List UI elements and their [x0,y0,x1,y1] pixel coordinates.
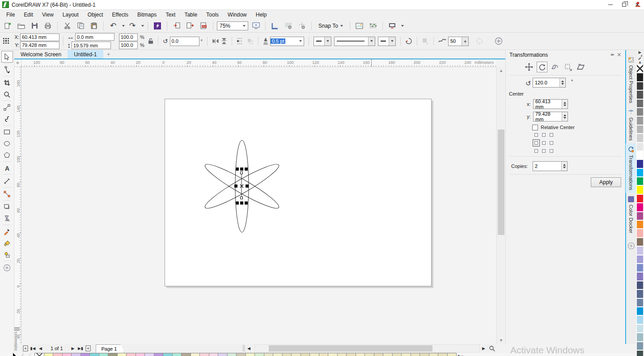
palette-scroll-right-icon[interactable]: ▶ [458,353,461,356]
color-swatch[interactable] [191,353,200,356]
color-swatch[interactable] [636,264,644,272]
color-swatch[interactable] [44,353,54,356]
color-swatch[interactable] [209,353,219,356]
y-position-field[interactable]: 79.428 mm [20,42,59,49]
add-docker-button[interactable] [627,242,635,250]
docker-angle-field[interactable]: 120.0 [533,78,566,88]
color-swatch[interactable] [53,353,63,356]
end-arrowhead-select[interactable] [378,37,396,46]
color-swatch[interactable] [108,353,118,356]
mirror-vertical-icon[interactable] [221,38,227,45]
color-swatch[interactable] [99,353,109,356]
redo-icon[interactable]: ↷ [127,21,138,31]
start-arrowhead-select[interactable] [314,37,331,46]
menu-object[interactable]: Object [83,11,108,19]
color-swatch[interactable] [80,353,90,356]
color-swatch[interactable] [636,99,644,108]
color-swatch[interactable] [364,353,374,356]
scale-x-field[interactable]: 100.0 [119,34,138,41]
color-swatch[interactable] [374,353,384,356]
anchor-cell[interactable] [534,149,538,153]
color-swatch[interactable] [636,281,644,289]
horizontal-scrollbar[interactable] [254,344,480,352]
color-swatch[interactable] [301,353,310,356]
color-swatch[interactable] [636,298,644,307]
anchor-cell[interactable] [542,141,546,145]
save-icon[interactable] [29,21,40,31]
color-swatch[interactable] [636,229,644,237]
skew-transform-icon[interactable] [576,62,586,72]
color-swatch[interactable] [636,82,644,90]
connector-tool[interactable] [1,188,13,200]
color-swatch[interactable] [636,307,644,315]
palette-expand-icon[interactable]: » [461,353,463,356]
anchor-cell[interactable] [542,149,546,153]
spacing-icon[interactable] [237,38,243,45]
scroll-up-icon[interactable]: ▲ [497,67,505,74]
doc-tab-untitled-1[interactable]: Untitled-1 [68,50,103,59]
color-swatch[interactable] [636,272,644,281]
color-swatch[interactable] [117,353,127,356]
palette-flyout-icon[interactable]: ▶ [639,50,642,54]
color-swatch[interactable] [291,353,301,356]
text-tool[interactable]: A [1,162,13,174]
color-swatch[interactable] [346,353,356,356]
export-icon[interactable] [184,21,196,31]
color-swatch[interactable] [254,353,264,356]
menu-text[interactable]: Text [161,11,180,19]
no-color-swatch[interactable] [636,64,644,73]
color-swatch[interactable] [154,353,164,356]
color-swatch[interactable] [636,238,644,246]
color-eyedropper-tool[interactable] [1,226,13,237]
color-swatch[interactable] [636,342,644,350]
scroll-down-icon[interactable]: ▼ [497,337,505,344]
open-folder-icon[interactable] [15,21,27,31]
color-swatch[interactable] [419,353,429,356]
anchor-cell[interactable] [542,133,546,137]
docker-close-icon[interactable]: ✕ [617,51,622,58]
copies-field[interactable]: 2 [533,161,568,171]
docker-tab-transformations[interactable]: Transformations [626,143,636,193]
color-swatch[interactable] [636,90,644,99]
object-height-field[interactable]: 19.579 mm [72,42,111,49]
paste-icon[interactable] [88,21,100,31]
line-style-select[interactable] [334,37,375,46]
smoothing-field[interactable]: 50 ＋ [448,37,469,46]
scroll-right-icon[interactable]: ▶ [480,344,487,352]
color-swatch[interactable] [163,353,173,356]
menu-edit[interactable]: Edit [19,11,38,19]
vertical-scrollbar[interactable]: ▲ ▼ [496,67,505,344]
drop-shadow-tool[interactable] [1,201,13,213]
first-page-icon[interactable]: ▮◀ [29,344,37,352]
color-swatch[interactable] [383,353,393,356]
color-swatch[interactable] [636,134,644,142]
color-swatch[interactable] [126,353,136,356]
fill-tool[interactable] [1,237,13,249]
docker-collapse-icon[interactable]: ▸▸ [611,52,614,57]
mirror-horizontal-icon[interactable] [212,38,219,44]
no-color-swatch[interactable] [34,353,44,356]
anchor-cell[interactable] [550,133,553,137]
copy-icon[interactable] [75,21,86,31]
color-swatch[interactable] [401,353,411,356]
position-transform-icon[interactable] [524,62,534,72]
new-document-icon[interactable] [2,21,13,31]
vertical-ruler[interactable]: 1601401201008060402002040 [14,67,21,344]
menu-effects[interactable]: Effects [108,11,133,19]
rotation-angle-field[interactable]: 0.0 [170,37,199,46]
menu-table[interactable]: Table [180,11,202,19]
color-swatch[interactable] [636,220,644,229]
color-swatch[interactable] [636,177,644,185]
shape-tool[interactable] [1,64,13,75]
atom-drawing[interactable] [21,67,496,344]
add-tool-button[interactable] [1,262,13,273]
undo-icon[interactable]: ↶ [107,21,119,31]
color-swatch[interactable] [636,350,644,356]
scale-mirror-transform-icon[interactable] [550,62,560,72]
freehand-tool[interactable] [1,101,13,113]
restore-button[interactable] [617,0,631,10]
add-preset-icon[interactable] [495,37,503,45]
color-swatch[interactable] [199,353,209,356]
lock-ratio-icon[interactable] [148,38,153,44]
corel-connect-icon[interactable] [152,21,163,31]
